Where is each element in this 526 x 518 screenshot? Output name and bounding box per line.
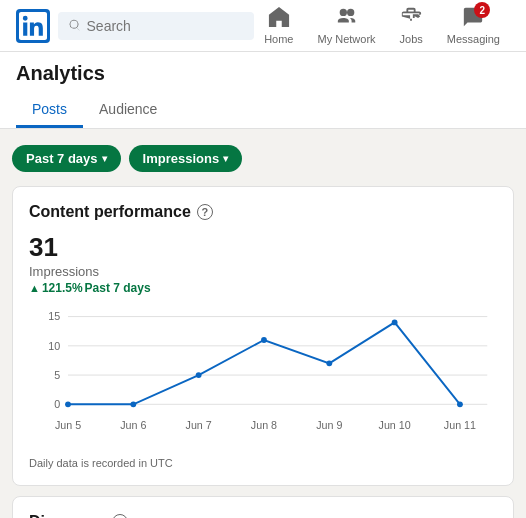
svg-text:5: 5 (54, 369, 60, 381)
impressions-arrow: ▲ (29, 282, 40, 294)
messaging-label: Messaging (447, 33, 500, 45)
discovery-help[interactable]: ? (112, 514, 128, 518)
card-title-row: Content performance ? (29, 203, 497, 221)
jobs-icon-wrap (400, 6, 422, 31)
nav-messaging[interactable]: 2 Messaging (437, 2, 510, 49)
svg-point-21 (457, 401, 463, 407)
svg-text:Jun 9: Jun 9 (316, 418, 342, 430)
svg-text:Jun 6: Jun 6 (120, 418, 146, 430)
metric-caret: ▾ (223, 153, 228, 164)
search-icon (68, 19, 81, 33)
linkedin-logo (16, 9, 50, 43)
search-box[interactable] (58, 12, 254, 40)
my-network-icon-wrap (336, 6, 358, 31)
svg-point-20 (392, 319, 398, 325)
header: Home My Network Jobs (0, 0, 526, 52)
jobs-icon (400, 6, 422, 28)
page-title: Analytics (16, 62, 510, 85)
home-icon (268, 6, 290, 28)
tab-posts[interactable]: Posts (16, 93, 83, 128)
nav-home[interactable]: Home (254, 2, 303, 49)
impressions-change: ▲ 121.5% Past 7 days (29, 281, 497, 295)
impressions-label: Impressions (29, 264, 497, 279)
my-network-label: My Network (317, 33, 375, 45)
discovery-title-row: Discovery ? (29, 513, 497, 518)
chart-note: Daily data is recorded in UTC (29, 457, 497, 469)
date-range-label: Past 7 days (26, 151, 98, 166)
date-range-caret: ▾ (102, 153, 107, 164)
tabs: Posts Audience (16, 93, 510, 128)
discovery-card: Discovery ? 31 Impressions ▲ 121.5% Past… (12, 496, 514, 518)
home-icon-wrap (268, 6, 290, 31)
svg-point-16 (130, 401, 136, 407)
svg-text:Jun 7: Jun 7 (186, 418, 212, 430)
main-content: Past 7 days ▾ Impressions ▾ Content perf… (0, 129, 526, 518)
jobs-label: Jobs (400, 33, 423, 45)
home-label: Home (264, 33, 293, 45)
tab-audience[interactable]: Audience (83, 93, 173, 128)
svg-point-18 (261, 337, 267, 343)
sub-header: Analytics Posts Audience (0, 52, 526, 129)
content-performance-title: Content performance (29, 203, 191, 221)
discovery-title: Discovery (29, 513, 106, 518)
svg-text:10: 10 (48, 339, 60, 351)
date-range-filter[interactable]: Past 7 days ▾ (12, 145, 121, 172)
metric-filter[interactable]: Impressions ▾ (129, 145, 243, 172)
filter-bar: Past 7 days ▾ Impressions ▾ (12, 141, 514, 176)
impressions-value: 31 (29, 233, 497, 262)
impressions-change-value: 121.5% (42, 281, 83, 295)
nav-icons: Home My Network Jobs (254, 2, 510, 49)
svg-text:Jun 8: Jun 8 (251, 418, 277, 430)
content-performance-help[interactable]: ? (197, 204, 213, 220)
nav-jobs[interactable]: Jobs (390, 2, 433, 49)
svg-point-17 (196, 372, 202, 378)
my-network-icon (336, 6, 358, 28)
svg-text:0: 0 (54, 398, 60, 410)
svg-text:15: 15 (48, 310, 60, 322)
impressions-change-period: Past 7 days (85, 281, 151, 295)
metric-label: Impressions (143, 151, 220, 166)
svg-text:Jun 5: Jun 5 (55, 418, 81, 430)
svg-point-15 (65, 401, 71, 407)
impressions-chart: 15 10 5 0 Jun 5 Jun 6 Jun 7 Jun 8 Jun 9 … (29, 305, 497, 450)
svg-text:Jun 10: Jun 10 (379, 418, 411, 430)
content-performance-card: Content performance ? 31 Impressions ▲ 1… (12, 186, 514, 486)
chart-area: 15 10 5 0 Jun 5 Jun 6 Jun 7 Jun 8 Jun 9 … (29, 305, 497, 453)
nav-my-network[interactable]: My Network (307, 2, 385, 49)
messaging-badge: 2 (474, 2, 490, 18)
messaging-icon-wrap: 2 (462, 6, 484, 31)
svg-text:Jun 11: Jun 11 (444, 418, 476, 430)
search-input[interactable] (87, 18, 245, 34)
svg-point-19 (326, 360, 332, 366)
